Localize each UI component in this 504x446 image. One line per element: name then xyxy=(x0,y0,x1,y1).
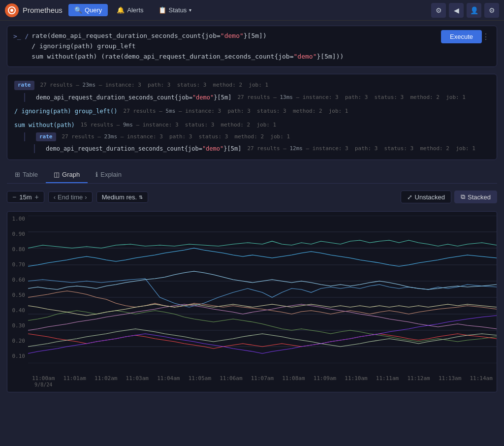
y-label: 0.80 xyxy=(10,246,25,253)
tree-expr: / ignoring(path) group_left() xyxy=(14,107,118,116)
svg-point-1 xyxy=(10,9,13,12)
y-label: 0.10 xyxy=(10,353,25,359)
y-label: 0.50 xyxy=(10,292,25,298)
x-label: 11:12am xyxy=(407,375,430,388)
main-content: >_ / rate(demo_api_request_duration_seco… xyxy=(0,21,504,446)
settings-btn[interactable]: ⚙ xyxy=(484,3,499,18)
explain-icon: ℹ xyxy=(95,171,98,178)
tree-badge-rate: rate xyxy=(14,81,34,90)
nav-query-btn[interactable]: 🔍 Query xyxy=(68,4,108,16)
stacked-btn[interactable]: ⧉ Stacked xyxy=(454,191,497,203)
y-label: 0.20 xyxy=(10,338,25,344)
x-label: 11:11am xyxy=(376,375,399,388)
x-label: 11:00am9/8/24 xyxy=(32,375,55,388)
x-label: 11:08am xyxy=(282,375,305,388)
x-label: 11:13am xyxy=(439,375,461,388)
unstacked-icon: ⤢ xyxy=(407,193,412,201)
tabs-row: ⊞ Table ◫ Graph ℹ Explain xyxy=(7,167,497,184)
duration-plus-btn[interactable]: + xyxy=(33,193,39,201)
y-label: 1.00 xyxy=(10,216,25,222)
nav-status-btn[interactable]: 📋 Status ▾ xyxy=(153,4,198,16)
x-label: 11:03am xyxy=(126,375,149,388)
tab-explain[interactable]: ℹ Explain xyxy=(88,167,129,183)
tree-row: demo_api_request_duration_seconds_count{… xyxy=(14,143,490,155)
x-label: 11:05am xyxy=(189,375,211,388)
tree-row: / ignoring(path) group_left() 27 results… xyxy=(14,105,490,117)
topnav: Prometheus 🔍 Query 🔔 Alerts 📋 Status ▾ ⚙… xyxy=(0,0,504,21)
tree-expr: demo_api_request_duration_seconds_count{… xyxy=(36,93,231,102)
list-icon: 📋 xyxy=(158,6,166,14)
stack-control: ⤢ Unstacked ⧉ Stacked xyxy=(401,191,497,203)
chevron-right-icon: › xyxy=(85,193,87,201)
chart-area: 1.00 0.90 0.80 0.70 0.60 0.50 0.40 0.30 … xyxy=(7,211,497,392)
tree-results: rate 27 results – 23ms – instance: 3 pat… xyxy=(7,74,497,160)
end-time-control[interactable]: ‹ End time › xyxy=(48,191,93,203)
resolution-control[interactable]: Medium res. ⇅ xyxy=(96,191,149,203)
duration-value: 15m xyxy=(19,193,32,201)
tree-row: rate 27 results – 23ms – instance: 3 pat… xyxy=(14,79,490,92)
resolution-label: Medium res. xyxy=(102,193,137,201)
query-menu-dots[interactable]: ⋮ xyxy=(482,32,490,41)
query-text: rate(demo_api_request_duration_seconds_c… xyxy=(32,31,491,62)
y-label: 0.90 xyxy=(10,231,25,237)
tree-expr-sum: sum without(path) xyxy=(14,121,75,129)
tree-meta: 27 results – 13ms – instance: 3 path: 3 … xyxy=(237,94,466,102)
y-label: 0.30 xyxy=(10,322,25,329)
chart-inner: 1.00 0.90 0.80 0.70 0.60 0.50 0.40 0.30 … xyxy=(7,216,497,373)
x-label: 11:06am xyxy=(220,375,242,388)
chevron-down-icon: ▾ xyxy=(189,7,191,13)
x-label: 11:01am xyxy=(63,375,86,388)
duration-minus-btn[interactable]: − xyxy=(11,193,17,201)
y-label: 0.60 xyxy=(10,277,25,283)
search-icon: 🔍 xyxy=(74,6,82,14)
execute-button[interactable]: Execute xyxy=(441,30,482,43)
end-time-label: End time xyxy=(58,193,83,201)
unstacked-btn[interactable]: ⤢ Unstacked xyxy=(401,191,451,203)
x-label: 11:09am xyxy=(314,375,336,388)
stacked-icon: ⧉ xyxy=(461,193,465,201)
tree-row: demo_api_request_duration_seconds_count{… xyxy=(14,92,490,103)
x-label: 11:02am xyxy=(94,375,117,388)
query-box: >_ / rate(demo_api_request_duration_seco… xyxy=(7,26,497,67)
sort-icon: ⇅ xyxy=(139,194,143,200)
chart-svg xyxy=(28,216,497,363)
x-label: 11:04am xyxy=(157,375,180,388)
y-label: 0.40 xyxy=(10,307,25,314)
x-label: 11:07am xyxy=(251,375,274,388)
y-label: 0.70 xyxy=(10,261,25,268)
bell-icon: 🔔 xyxy=(117,6,125,14)
tree-expr2: demo_api_request_duration_seconds_count{… xyxy=(46,144,241,153)
x-axis: 11:00am9/8/24 11:01am 11:02am 11:03am 11… xyxy=(28,373,497,388)
brand: Prometheus xyxy=(5,3,63,17)
x-label: 11:10am xyxy=(345,375,367,388)
graph-icon: ◫ xyxy=(54,171,60,178)
query-prompt: >_ / xyxy=(13,32,29,42)
app-logo xyxy=(5,3,19,17)
graph-controls: − 15m + ‹ End time › Medium res. ⇅ ⤢ Uns… xyxy=(7,189,497,205)
app-name: Prometheus xyxy=(23,6,63,14)
nav-icon-3[interactable]: 👤 xyxy=(467,3,481,18)
table-icon: ⊞ xyxy=(15,171,20,178)
duration-control: − 15m + xyxy=(7,191,44,203)
tree-meta: 27 results – 5ms – instance: 3 path: 3 s… xyxy=(124,107,348,116)
x-label: 11:14am xyxy=(470,375,492,388)
tab-graph[interactable]: ◫ Graph xyxy=(46,167,88,183)
tab-table[interactable]: ⊞ Table xyxy=(7,167,46,183)
tree-meta: 15 results – 9ms – instance: 3 status: 3… xyxy=(81,121,276,129)
tree-meta: 27 results – 12ms – instance: 3 path: 3 … xyxy=(247,145,475,153)
chevron-left-icon: ‹ xyxy=(54,193,56,201)
tree-meta: 27 results – 23ms – instance: 3 path: 3 … xyxy=(62,133,290,141)
theme-icon-btn[interactable]: ⚙ xyxy=(431,3,446,18)
tree-row: sum without(path) 15 results – 9ms – ins… xyxy=(14,119,490,131)
nav-icon-2[interactable]: ◀ xyxy=(449,3,464,18)
y-axis: 1.00 0.90 0.80 0.70 0.60 0.50 0.40 0.30 … xyxy=(7,216,28,373)
tree-row: rate 27 results – 23ms – instance: 3 pat… xyxy=(14,131,490,143)
chart-canvas xyxy=(28,216,497,373)
tree-meta: 27 results – 23ms – instance: 3 path: 3 … xyxy=(40,81,269,90)
tree-badge-rate2: rate xyxy=(36,132,56,142)
nav-alerts-btn[interactable]: 🔔 Alerts xyxy=(111,4,149,16)
